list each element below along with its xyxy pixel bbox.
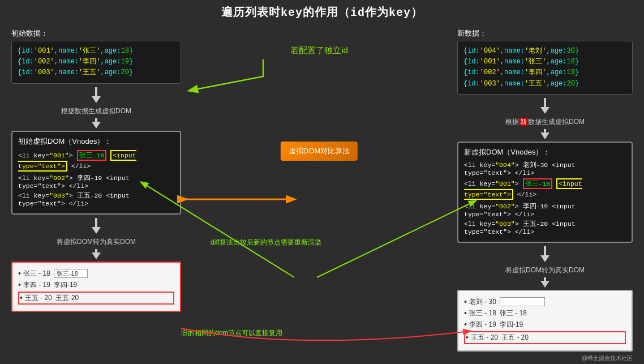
left-vdom-title: 初始虚拟DOM（Vnodes）： bbox=[18, 136, 174, 147]
right-real-item-3: • 李四 - 19 李四-19 bbox=[464, 320, 626, 329]
center-column: 若配置了独立id 虚拟DOM对比算法 diff算法比较后新的节点需要重新渲染 旧… bbox=[181, 45, 457, 59]
left-real-item-3: • 王五 - 20 王五-20 bbox=[18, 292, 174, 305]
new-data-label: 新数据： bbox=[457, 28, 633, 38]
bullet-2: • bbox=[18, 280, 21, 289]
data-line-2: {id:'002',name:'李四',age:19} bbox=[18, 57, 175, 67]
green-arrow-id bbox=[190, 59, 263, 91]
right-real-label-1: 老刘 - 30 bbox=[469, 297, 496, 307]
right-real-label-2: 张三 - 18 bbox=[469, 309, 496, 318]
right-real-label-2b: 张三 - 18 bbox=[500, 309, 527, 318]
new-data-line-4: {id:'003',name:'王五',age:20} bbox=[463, 79, 626, 89]
right-vdom-line-4: <li key="003"> 王五-20 <input type="text">… bbox=[464, 220, 626, 235]
right-vdom-line-1: <li key="004"> 老刘-30 <input type="text">… bbox=[464, 161, 626, 177]
compare-label: 虚拟DOM对比算法 bbox=[281, 142, 358, 161]
bullet-3: • bbox=[20, 293, 23, 302]
right-bullet-1: • bbox=[464, 297, 467, 306]
left-arrow-1 bbox=[11, 87, 181, 103]
reuse-label: 旧的相同的dom节点可以直接复用 bbox=[181, 328, 351, 338]
right-bullet-2: • bbox=[464, 309, 467, 318]
right-real-label-3b: 李四-19 bbox=[500, 320, 523, 329]
left-real-item-1: • 张三 - 18 bbox=[18, 269, 174, 279]
right-real-label-3: 李四 - 19 bbox=[469, 320, 496, 329]
right-arrow-label-1: 根据新数据生成虚拟DOM bbox=[457, 117, 633, 127]
right-bullet-4: • bbox=[466, 333, 469, 342]
right-column: 新数据： {id:'004',name:'老刘',age:30} {id:'00… bbox=[457, 28, 633, 362]
left-real-label-3: 王五 - 20 bbox=[25, 293, 52, 303]
left-vdom-line-2: <li key="002"> 李四-19 <input type="text">… bbox=[18, 174, 174, 190]
data-line-1: {id:'001',name:'张三',age:18} bbox=[18, 46, 175, 57]
right-arrow-2b bbox=[457, 277, 633, 288]
page-title: 遍历列表时key的作用（id作为key） bbox=[221, 1, 423, 19]
right-real-label-4: 王五 - 20 bbox=[471, 333, 498, 342]
watermark-text: @稀土掘金技术社区 bbox=[582, 355, 633, 361]
left-real-input-1[interactable] bbox=[54, 269, 88, 278]
right-real-item-2: • 张三 - 18 张三 - 18 bbox=[464, 309, 626, 318]
left-real-label-3b: 王五-20 bbox=[55, 293, 79, 303]
compare-algorithm-button: 虚拟DOM对比算法 bbox=[281, 142, 358, 161]
new-data-line-1: {id:'004',name:'老刘',age:30} bbox=[463, 46, 626, 57]
right-arrow-1 bbox=[457, 98, 633, 114]
initial-data-box: {id:'001',name:'张三',age:18} {id:'002',na… bbox=[11, 41, 181, 84]
center-green-label: 若配置了独立id bbox=[181, 45, 457, 56]
diff-label: diff算法比较后新的节点需要重新渲染 bbox=[187, 238, 345, 247]
right-real-item-4: • 王五 - 20 王五 - 20 bbox=[464, 331, 626, 344]
right-real-dom-box: • 老刘 - 30 • 张三 - 18 张三 - 18 • 李四 - 19 李四… bbox=[457, 290, 633, 352]
left-vdom-box: 初始虚拟DOM（Vnodes）： <li key="001"> 张三-18 <i… bbox=[11, 131, 181, 215]
left-arrow-label-2: 将虚拟DOM转为真实DOM bbox=[11, 237, 181, 247]
left-arrow-label-1: 根据数据生成虚拟DOM bbox=[11, 106, 181, 116]
left-real-item-2: • 李四 - 19 李四-19 bbox=[18, 280, 174, 290]
right-arrow-1b bbox=[457, 129, 633, 139]
right-vdom-box: 新虚拟DOM（Vnodes）： <li key="004"> 老刘-30 <in… bbox=[457, 142, 633, 243]
bullet-1: • bbox=[18, 269, 21, 278]
watermark: @稀土掘金技术社区 bbox=[457, 354, 633, 362]
initial-data-label: 初始数据： bbox=[11, 28, 181, 38]
left-arrow-2 bbox=[11, 218, 181, 234]
left-real-dom-box: • 张三 - 18 • 李四 - 19 李四-19 • 王五 - 20 王五-2… bbox=[11, 262, 181, 312]
left-real-label-2b: 李四-19 bbox=[54, 280, 77, 290]
right-real-label-4b: 王五 - 20 bbox=[501, 333, 529, 342]
left-arrow-1b bbox=[11, 118, 181, 129]
right-arrow-2 bbox=[457, 246, 633, 262]
right-vdom-title: 新虚拟DOM（Vnodes）： bbox=[464, 147, 626, 157]
data-line-3: {id:'003',name:'王五',age:20} bbox=[18, 67, 175, 78]
new-data-line-3: {id:'002',name:'李四',age:19} bbox=[463, 67, 626, 78]
diff-label-container: diff算法比较后新的节点需要重新渲染 bbox=[187, 238, 345, 247]
right-bullet-3: • bbox=[464, 320, 467, 329]
left-vdom-line-1: <li key="001"> 张三-18 <input type="text">… bbox=[18, 150, 174, 172]
right-vdom-line-2: <li key="001"> 张三-18 <input type="text">… bbox=[464, 178, 626, 200]
left-column: 初始数据： {id:'001',name:'张三',age:18} {id:'0… bbox=[11, 28, 181, 312]
left-real-label-2: 李四 - 19 bbox=[23, 280, 50, 290]
right-arrow-label-2: 将虚拟DOM转为真实DOM bbox=[457, 265, 633, 275]
left-arrow-2b bbox=[11, 249, 181, 259]
right-vdom-line-3: <li key="002"> 李四-19 <input type="text">… bbox=[464, 202, 626, 218]
right-real-input-1[interactable] bbox=[500, 297, 545, 306]
left-real-label-1: 张三 - 18 bbox=[23, 269, 50, 279]
new-data-line-2: {id:'001',name:'张三',age:18} bbox=[463, 57, 626, 67]
new-data-box: {id:'004',name:'老刘',age:30} {id:'001',na… bbox=[457, 41, 633, 95]
left-vdom-line-3: <li key="003"> 王五-20 <input type="text">… bbox=[18, 191, 174, 207]
right-real-item-1: • 老刘 - 30 bbox=[464, 297, 626, 307]
reuse-label-container: 旧的相同的dom节点可以直接复用 bbox=[181, 328, 351, 338]
